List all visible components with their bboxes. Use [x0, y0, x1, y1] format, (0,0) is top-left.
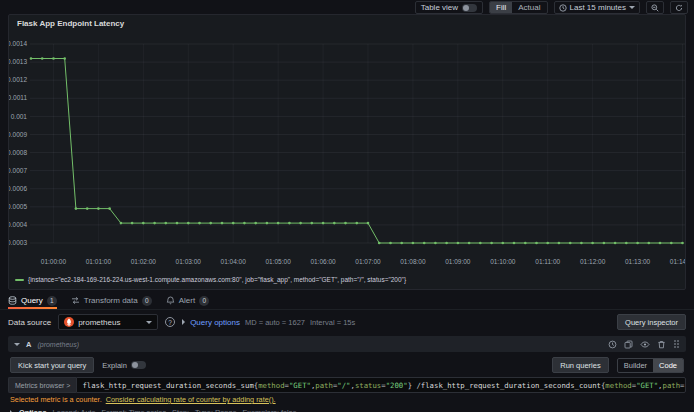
series-color-dash-icon: [15, 279, 24, 281]
builder-button[interactable]: Builder: [618, 359, 653, 372]
metrics-browser-button[interactable]: Metrics browser >: [8, 377, 76, 393]
promql-editor: Metrics browser > flask_http_request_dur…: [8, 377, 686, 393]
code-button[interactable]: Code: [653, 359, 683, 372]
chevron-right-icon: [182, 319, 185, 325]
svg-text:01:06:00: 01:06:00: [310, 258, 336, 265]
latency-chart-plot[interactable]: 0.00030.00040.00050.00060.00070.00080.00…: [9, 31, 685, 271]
help-icon[interactable]: ?: [165, 317, 175, 327]
svg-text:01:13:00: 01:13:00: [625, 258, 651, 265]
editor-tabs: Query 1 Transform data 0 Alert 0: [0, 292, 694, 310]
tab-transform-label: Transform data: [84, 296, 138, 305]
svg-text:0.0004: 0.0004: [9, 221, 27, 228]
tab-query-count: 1: [47, 296, 57, 306]
svg-text:0.0012: 0.0012: [9, 76, 27, 83]
series-line: [31, 59, 683, 244]
legend-item[interactable]: {instance="ec2-184-169-216-224.us-west-1…: [15, 276, 406, 283]
svg-text:01:08:00: 01:08:00: [400, 258, 426, 265]
svg-text:01:05:00: 01:05:00: [265, 258, 291, 265]
table-view-group: Table view: [415, 1, 483, 14]
bell-icon: [166, 296, 175, 305]
tab-alert-count: 0: [199, 296, 209, 306]
tab-query[interactable]: Query 1: [8, 292, 57, 309]
svg-text:0.0007: 0.0007: [9, 167, 27, 174]
query-editor-card: A (prometheus): [8, 336, 686, 412]
explain-group: Explain: [102, 361, 146, 370]
table-view-label: Table view: [421, 3, 458, 12]
svg-text:0.0009: 0.0009: [9, 131, 27, 138]
svg-text:0.001: 0.001: [11, 113, 28, 120]
chevron-down-icon: [146, 321, 152, 324]
query-ref-id: A: [26, 340, 31, 349]
drag-handle-icon[interactable]: [673, 339, 680, 349]
time-range-picker[interactable]: Last 15 minutes: [554, 1, 640, 14]
fill-button[interactable]: Fill: [490, 2, 512, 13]
data-points: [30, 57, 684, 244]
table-view-toggle[interactable]: [462, 4, 477, 12]
svg-text:01:03:00: 01:03:00: [176, 258, 202, 265]
svg-text:01:11:00: 01:11:00: [535, 258, 560, 265]
datasource-select[interactable]: prometheus: [58, 314, 158, 330]
svg-text:01:12:00: 01:12:00: [580, 258, 606, 265]
builder-code-segmented: Builder Code: [617, 358, 684, 373]
panel-title: Flask App Endpoint Latency: [17, 19, 124, 28]
refresh-button[interactable]: [670, 1, 688, 14]
query-toolbar: Kick start your query Explain Run querie…: [8, 354, 686, 376]
query-options-expander[interactable]: Query options MD = auto = 1627 Interval …: [182, 318, 355, 327]
duplicate-icon[interactable]: [624, 340, 633, 349]
history-icon[interactable]: [608, 340, 617, 349]
tab-alert[interactable]: Alert 0: [166, 292, 209, 309]
add-rate-hint-link[interactable]: Consider calculating rate of counter by …: [106, 395, 276, 404]
gridlines: [30, 44, 685, 243]
query-inspector-button[interactable]: Query inspector: [617, 314, 686, 330]
transform-icon: [71, 296, 80, 305]
svg-text:0.0013: 0.0013: [9, 58, 27, 65]
clock-icon: [559, 4, 567, 12]
trash-icon[interactable]: [657, 340, 666, 349]
query-row-actions: [608, 339, 680, 349]
query-options-footer[interactable]: Options Legend: AutoFormat: Time seriesS…: [8, 408, 686, 412]
query-options-label: Query options: [190, 318, 240, 327]
svg-text:01:09:00: 01:09:00: [445, 258, 471, 265]
eye-icon[interactable]: [640, 340, 650, 349]
svg-text:01:10:00: 01:10:00: [490, 258, 516, 265]
zoom-out-time-button[interactable]: [646, 1, 664, 14]
x-axis-labels: 01:00:0001:01:0001:02:0001:03:0001:04:00…: [41, 258, 685, 265]
time-range-label: Last 15 minutes: [570, 3, 626, 12]
database-icon: [8, 296, 17, 305]
grafana-panel-edit-view: Table view Fill Actual Last 15 minutes F: [0, 0, 694, 412]
kick-start-query-button[interactable]: Kick start your query: [10, 357, 94, 373]
options-label: Options: [19, 408, 47, 412]
tab-query-label: Query: [21, 296, 43, 305]
y-axis-labels: 0.00030.00040.00050.00060.00070.00080.00…: [9, 40, 27, 246]
counter-warning-text: Selected metric is a counter.: [10, 395, 102, 404]
legend-series-label: {instance="ec2-184-169-216-224.us-west-1…: [28, 276, 406, 283]
svg-text:01:14:00: 01:14:00: [670, 258, 685, 265]
counter-warning-row: Selected metric is a counter. Consider c…: [8, 395, 686, 404]
svg-text:0.0014: 0.0014: [9, 40, 27, 47]
svg-text:0.0003: 0.0003: [9, 239, 27, 246]
chevron-down-icon: [629, 6, 635, 9]
datasource-selected-value: prometheus: [78, 318, 142, 327]
run-queries-button[interactable]: Run queries: [552, 357, 608, 373]
svg-text:0.0008: 0.0008: [9, 149, 27, 156]
interval-summary: Interval = 15s: [310, 318, 355, 327]
explain-toggle[interactable]: [131, 361, 146, 369]
svg-text:0.0005: 0.0005: [9, 203, 27, 210]
tab-transform-count: 0: [142, 296, 152, 306]
max-datapoints-summary: MD = auto = 1627: [245, 318, 305, 327]
promql-expression-input[interactable]: flask_http_request_duration_seconds_sum{…: [76, 377, 686, 393]
collapse-chevron-icon[interactable]: [14, 343, 20, 346]
panel-edit-toolbar: Table view Fill Actual Last 15 minutes: [0, 0, 694, 15]
tab-alert-label: Alert: [179, 296, 195, 305]
svg-text:01:01:00: 01:01:00: [86, 258, 112, 265]
datasource-row: Data source prometheus ? Query options M…: [0, 311, 694, 333]
tab-transform-data[interactable]: Transform data 0: [71, 292, 152, 309]
actual-button[interactable]: Actual: [512, 2, 546, 13]
magnifier-minus-icon: [651, 4, 659, 12]
query-row-header[interactable]: A (prometheus): [8, 336, 686, 352]
timeseries-panel: Flask App Endpoint Latency 0.00030.00040…: [8, 14, 686, 290]
fill-actual-segmented: Fill Actual: [489, 1, 547, 14]
options-summary: Legend: AutoFormat: Time seriesStep:Type…: [53, 408, 303, 412]
svg-text:0.0011: 0.0011: [9, 94, 27, 101]
query-datasource-hint: (prometheus): [37, 341, 79, 348]
